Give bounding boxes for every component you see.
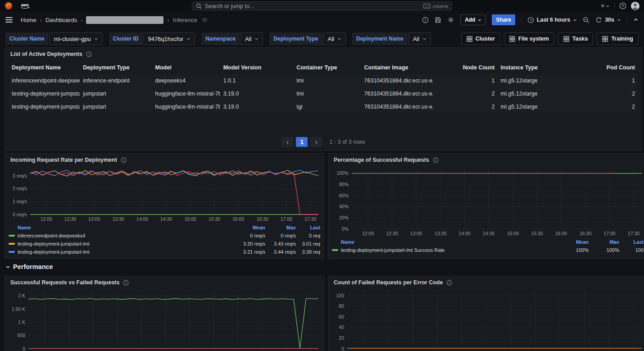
svg-text:13:00: 13:00 <box>88 216 100 222</box>
time-range-picker[interactable]: Last 6 hours <box>527 17 577 23</box>
time-series-chart[interactable]: 05001 K1.50 K2 K <box>9 288 321 351</box>
svg-text:60%: 60% <box>339 193 349 198</box>
dashboard-settings-button[interactable] <box>447 16 454 23</box>
pagination-info: 1 - 3 of 3 rows <box>329 139 365 145</box>
table-cell: 1.0.1 <box>221 74 294 87</box>
time-series-chart[interactable]: 12:0012:3013:0013:3014:0014:3015:0015:30… <box>9 166 321 223</box>
legend-col-max[interactable]: Max <box>591 239 619 245</box>
legend-col-max[interactable]: Max <box>268 225 296 230</box>
legend-col-mean[interactable]: Mean <box>561 239 589 245</box>
column-header[interactable]: Deployment Name <box>9 61 80 74</box>
svg-text:2 req/s: 2 req/s <box>13 186 27 191</box>
filter-value-dropdown[interactable]: All <box>323 32 346 45</box>
zoom-out-time-button[interactable] <box>583 17 590 23</box>
table-row: inferenceendpoint-deepseekinference-endp… <box>9 74 638 87</box>
pagination-page-button[interactable]: 1 <box>296 137 308 147</box>
legend-col-mean[interactable]: Mean <box>237 225 265 230</box>
column-header[interactable]: Container Type <box>294 61 361 74</box>
collapse-toolbar-button[interactable] <box>633 17 639 23</box>
info-circle-icon[interactable] <box>446 280 452 286</box>
svg-text:13:30: 13:30 <box>435 231 446 236</box>
panel-successful-vs-failed-requests: Successful Requests vs Failed Requests 0… <box>5 276 324 351</box>
share-button[interactable]: Share <box>492 14 515 25</box>
user-avatar[interactable] <box>631 2 639 10</box>
panel-count-failed-requests-per-error-code: Count of Failed Requests per Error Code … <box>328 276 644 351</box>
legend-col-last[interactable]: Last <box>622 239 644 245</box>
svg-text:500: 500 <box>17 333 25 338</box>
filter-label: Cluster ID <box>109 32 143 45</box>
filter-value-dropdown[interactable]: All <box>240 32 263 45</box>
column-header[interactable]: Pod Count <box>567 61 638 74</box>
series-color-swatch <box>332 249 338 251</box>
time-series-chart[interactable]: 020406080100 <box>332 288 644 351</box>
help-button[interactable]: ? <box>619 2 626 9</box>
svg-text:1.50 K: 1.50 K <box>12 306 25 312</box>
table-cell: inference-endpoint <box>80 74 152 87</box>
dashboard-insights-button[interactable] <box>422 17 429 23</box>
svg-text:17:30: 17:30 <box>628 231 639 236</box>
breadcrumb-dashboards[interactable]: Dashboards <box>45 17 77 23</box>
info-circle-icon[interactable] <box>123 280 129 286</box>
section-performance[interactable]: Performance <box>5 263 53 270</box>
dashboard-toolbar: Home › Dashboards › › Inference ☆ Add Sh… <box>0 12 644 28</box>
table-cell: 763104351884.dkr.ecr.us-we <box>362 87 432 100</box>
pagination-prev-button[interactable]: ‹ <box>281 137 293 147</box>
legend-col-name[interactable]: Name <box>18 225 235 230</box>
aws-logo-icon[interactable]: aws <box>19 2 32 10</box>
table-cell: 763104351884.dkr.ecr.us-we <box>362 100 432 113</box>
legend-series-name[interactable]: testing-deployment-jumpstart-lmi <box>18 249 235 255</box>
variable-filter: Deployment TypeAll <box>269 32 346 45</box>
series-color-swatch <box>9 251 15 253</box>
refresh-picker[interactable]: 30s <box>595 17 621 23</box>
svg-text:14:00: 14:00 <box>458 231 470 236</box>
legend-series-name[interactable]: inferenceendpoint-deepseeks4 <box>18 233 235 238</box>
column-header[interactable]: Node Count <box>433 61 498 74</box>
chevron-right-icon: › <box>81 17 82 23</box>
breadcrumb-home[interactable]: Home <box>21 17 36 23</box>
column-header[interactable]: Deployment Type <box>80 61 152 74</box>
info-circle-icon[interactable] <box>121 157 127 163</box>
grafana-logo-icon[interactable] <box>5 2 13 10</box>
info-circle-icon[interactable] <box>86 51 92 57</box>
time-series-chart[interactable]: 12:0012:3013:0013:3014:0014:3015:0015:30… <box>332 166 644 237</box>
svg-text:12:30: 12:30 <box>64 216 76 222</box>
column-header[interactable]: Container Image <box>362 61 432 74</box>
pagination-next-button[interactable]: › <box>310 137 322 147</box>
view-button-tasks[interactable]: Tasks <box>558 32 594 45</box>
chevron-up-icon <box>633 17 639 23</box>
share-label: Share <box>496 17 511 23</box>
filter-value-dropdown[interactable]: All <box>408 32 431 45</box>
add-new-button[interactable]: + <box>601 2 610 9</box>
filter-value-dropdown[interactable]: ml-cluster-gpu <box>49 32 102 45</box>
save-dashboard-button[interactable] <box>435 17 441 23</box>
column-header[interactable]: Model Version <box>221 61 294 74</box>
filter-label: Deployment Type <box>269 32 322 45</box>
search-input[interactable]: Search or jump to... cmd+k <box>192 1 452 11</box>
view-button-cluster[interactable]: Cluster <box>461 32 500 45</box>
chart-legend: NameMeanMaxLasttesting-deployment-jumpst… <box>332 238 644 254</box>
favorite-star-icon[interactable]: ☆ <box>202 16 208 24</box>
legend-row: inferenceendpoint-deepseeks40 req/s0 req… <box>9 232 320 240</box>
legend-col-name[interactable]: Name <box>341 239 558 245</box>
filter-value-dropdown[interactable]: 9476q1hxcfor <box>143 32 195 45</box>
view-button-file-system[interactable]: File system <box>504 32 554 45</box>
legend-col-last[interactable]: Last <box>299 225 320 230</box>
svg-text:17:30: 17:30 <box>304 216 316 222</box>
column-header[interactable]: Instance Type <box>498 61 567 74</box>
chevron-right-icon: › <box>167 17 169 23</box>
table-row: testing-deployment-jumpstajumpstarthuggi… <box>9 87 638 100</box>
svg-text:20%: 20% <box>339 215 349 220</box>
table-cell: 2 <box>567 100 638 113</box>
view-button-training[interactable]: Training <box>597 32 639 45</box>
column-header[interactable]: Model <box>153 61 220 74</box>
info-circle-icon[interactable] <box>433 157 439 163</box>
keyboard-icon <box>423 4 431 9</box>
svg-text:60: 60 <box>339 314 344 319</box>
legend-series-name[interactable]: testing-deployment-jumpstart-lmi <box>18 241 235 246</box>
table-cell: tgi <box>294 100 361 113</box>
add-panel-button[interactable]: Add <box>460 14 486 25</box>
plus-icon: + <box>601 2 605 9</box>
legend-series-name[interactable]: testing-deployment-jumpstart-lmi Success… <box>341 247 558 253</box>
refresh-icon <box>595 17 602 23</box>
menu-toggle-button[interactable] <box>5 17 13 23</box>
